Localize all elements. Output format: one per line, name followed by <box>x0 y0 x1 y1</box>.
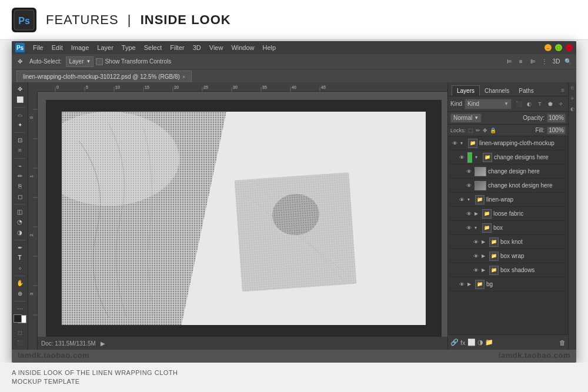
expand-icon[interactable]: ▶ <box>482 267 487 273</box>
layer-item[interactable]: 👁 ▾ 📁 linen-wrap <box>448 193 568 207</box>
visibility-icon[interactable]: 👁 <box>457 153 466 162</box>
more-tools[interactable]: ⋯ <box>14 304 26 313</box>
layer-item[interactable]: 👁 ▾ 📁 box <box>448 221 568 235</box>
foreground-color-swatch[interactable] <box>14 314 22 323</box>
layer-mask-icon[interactable]: ⬜ <box>467 339 476 346</box>
3d-mode-icon[interactable]: 3D <box>552 57 561 66</box>
adjustment-layer-icon[interactable]: ◑ <box>477 339 483 346</box>
menu-view[interactable]: View <box>206 43 227 52</box>
visibility-icon[interactable]: 👁 <box>465 224 473 232</box>
visibility-icon[interactable]: 👁 <box>465 167 473 176</box>
lock-position-icon[interactable]: ✥ <box>483 128 487 133</box>
lock-all-icon[interactable]: 🔒 <box>490 128 496 133</box>
delete-layer-icon[interactable]: 🗑 <box>559 339 566 346</box>
expand-icon[interactable]: ▶ <box>475 211 480 216</box>
lasso-tool[interactable]: ⌓ <box>14 110 26 119</box>
visibility-icon[interactable]: 👁 <box>472 266 480 274</box>
layer-item[interactable]: 👁 ▾ 📁 change designs here <box>448 150 568 165</box>
menu-select[interactable]: Select <box>141 43 166 52</box>
expand-icon[interactable]: ▾ <box>467 197 473 202</box>
tab-paths[interactable]: Paths <box>514 86 539 96</box>
adjustments-icon[interactable]: ◐ <box>570 106 576 112</box>
visibility-icon[interactable]: 👁 <box>465 210 473 218</box>
search-icon[interactable]: 🔍 <box>563 57 573 66</box>
move-tool[interactable]: ✥ <box>14 85 26 93</box>
dodge-tool[interactable]: ◑ <box>14 227 26 236</box>
eyedropper-tool[interactable]: ⌗ <box>14 146 26 155</box>
pixel-filter-icon[interactable]: ⬛ <box>514 99 523 109</box>
layer-item[interactable]: 👁 ▶ 📁 box shadows <box>448 263 568 277</box>
align-center-icon[interactable]: ≡ <box>516 57 526 66</box>
marquee-rect-tool[interactable]: ⬜ <box>14 95 26 103</box>
layer-item[interactable]: 👁 ▶ 📁 bg <box>448 277 568 292</box>
brush-tool[interactable]: ✏ <box>14 172 26 180</box>
tab-close-icon[interactable]: × <box>182 74 185 80</box>
menu-3d[interactable]: 3D <box>189 43 205 52</box>
smart-filter-icon[interactable]: ✧ <box>556 99 566 109</box>
screen-mode-btn[interactable]: ⬛ <box>14 339 26 347</box>
menu-help[interactable]: Help <box>259 43 280 52</box>
menu-layer[interactable]: Layer <box>93 43 117 52</box>
move-tool-icon[interactable]: ✥ <box>15 57 25 66</box>
distribute-icon[interactable]: ⋮ <box>540 57 549 66</box>
layer-item[interactable]: 👁 change knot design here <box>448 179 568 193</box>
healing-tool[interactable]: ⌁ <box>14 161 26 170</box>
visibility-icon[interactable]: 👁 <box>457 196 466 204</box>
layer-styles-icon[interactable]: fx <box>460 339 466 346</box>
color-selector[interactable] <box>14 314 26 323</box>
text-filter-icon[interactable]: T <box>535 99 544 109</box>
zoom-tool[interactable]: ⊕ <box>14 289 26 298</box>
text-tool[interactable]: T <box>14 253 26 262</box>
layer-group-icon[interactable]: 📁 <box>485 339 493 346</box>
menu-window[interactable]: Window <box>228 43 258 52</box>
properties-icon[interactable]: ≡ <box>570 95 576 101</box>
close-button[interactable]: × <box>566 44 573 51</box>
crop-tool[interactable]: ⊡ <box>14 136 26 145</box>
layer-item[interactable]: 👁 ▶ 📁 box knot <box>448 235 568 249</box>
adjustment-filter-icon[interactable]: ◐ <box>524 99 534 109</box>
tab-channels[interactable]: Channels <box>480 86 514 96</box>
lock-paint-icon[interactable]: ✏ <box>476 128 480 133</box>
align-right-icon[interactable]: ⊫ <box>528 57 537 66</box>
path-tool[interactable]: ⬦ <box>14 263 26 272</box>
kind-dropdown[interactable]: Kind ▼ <box>465 99 512 109</box>
expand-icon[interactable]: ▶ <box>482 253 487 259</box>
layer-item[interactable]: 👁 ▶ 📁 loose fabric <box>448 207 568 221</box>
panel-menu-icon[interactable]: ≡ <box>561 87 564 93</box>
visibility-icon[interactable]: 👁 <box>457 280 466 289</box>
expand-icon[interactable]: ▾ <box>460 140 466 146</box>
opacity-input[interactable]: 100% <box>547 113 566 123</box>
expand-icon[interactable]: ▾ <box>475 225 480 230</box>
blur-tool[interactable]: ◔ <box>14 217 26 226</box>
lock-transparent-icon[interactable]: ⬚ <box>468 128 473 133</box>
gradient-tool[interactable]: ◫ <box>14 207 26 216</box>
visibility-icon[interactable]: 👁 <box>450 139 459 148</box>
minimize-button[interactable]: – <box>544 44 552 51</box>
visibility-icon[interactable]: 👁 <box>472 252 480 260</box>
link-layers-icon[interactable]: 🔗 <box>450 339 459 346</box>
pen-tool[interactable]: ✒ <box>14 243 26 252</box>
quick-select-tool[interactable]: ✦ <box>14 120 26 129</box>
shape-filter-icon[interactable]: ⬟ <box>546 99 555 109</box>
menu-type[interactable]: Type <box>118 43 139 52</box>
expand-icon[interactable]: ▾ <box>475 155 481 160</box>
tab-layers[interactable]: Layers <box>452 85 480 96</box>
visibility-icon[interactable]: 👁 <box>472 238 480 246</box>
fill-input[interactable]: 100% <box>547 126 566 135</box>
menu-file[interactable]: File <box>29 43 47 52</box>
maximize-button[interactable]: □ <box>555 44 562 51</box>
menu-filter[interactable]: Filter <box>166 43 188 52</box>
blend-mode-dropdown[interactable]: Normal ▼ <box>450 113 482 123</box>
eraser-tool[interactable]: ◻ <box>14 192 26 200</box>
layer-item[interactable]: 👁 ▶ 📁 box wrap <box>448 249 568 263</box>
hand-tool[interactable]: ✋ <box>14 279 26 287</box>
document-tab[interactable]: linen-wrapping-cloth-mockup-310122.psd @… <box>16 71 192 82</box>
layer-item[interactable]: 👁 change design here <box>448 165 568 179</box>
layer-dropdown[interactable]: Layer ▼ <box>66 56 93 67</box>
transform-checkbox-box[interactable] <box>96 58 103 65</box>
transform-checkbox[interactable]: Show Transform Controls <box>96 58 171 65</box>
align-left-icon[interactable]: ⊨ <box>505 57 514 66</box>
clone-tool[interactable]: ⎘ <box>14 182 26 190</box>
menu-image[interactable]: Image <box>68 43 93 52</box>
layer-item[interactable]: 👁 ▾ 📁 linen-wrapping-cloth-mockup <box>448 136 568 150</box>
